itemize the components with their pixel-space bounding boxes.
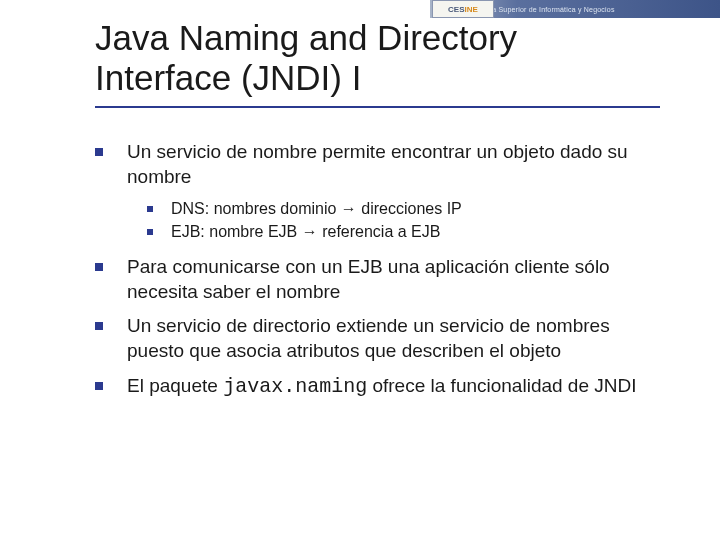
- bullet-item: El paquete javax.naming ofrece la funcio…: [95, 374, 655, 400]
- bullet-square-icon: [147, 229, 153, 235]
- bullet-square-icon: [95, 263, 103, 271]
- sub-bullet-group: DNS: nombres dominio → direcciones IP EJ…: [95, 199, 655, 243]
- bullet-text: Para comunicarse con un EJB una aplicaci…: [127, 255, 655, 304]
- header-logo: CESINE: [432, 0, 494, 18]
- title-underline: [95, 106, 660, 108]
- bullet-text: El paquete javax.naming ofrece la funcio…: [127, 374, 637, 400]
- bullet-text-post: ofrece la funcionalidad de JNDI: [367, 375, 636, 396]
- bullet-text-code: javax.naming: [223, 375, 367, 398]
- logo-text-left: CES: [448, 5, 464, 14]
- sub-bullet-item: DNS: nombres dominio → direcciones IP: [147, 199, 655, 220]
- bullet-square-icon: [95, 322, 103, 330]
- sub-bullet-text: EJB: nombre EJB → referencia a EJB: [171, 222, 440, 243]
- slide-title: Java Naming and Directory Interface (JND…: [95, 18, 655, 99]
- bullet-square-icon: [95, 382, 103, 390]
- bullet-item: Para comunicarse con un EJB una aplicaci…: [95, 255, 655, 304]
- bullet-text: Un servicio de directorio extiende un se…: [127, 314, 655, 363]
- slide-content: Un servicio de nombre permite encontrar …: [95, 140, 655, 410]
- sub-bullet-item: EJB: nombre EJB → referencia a EJB: [147, 222, 655, 243]
- bullet-text-pre: El paquete: [127, 375, 223, 396]
- sub-bullet-text: DNS: nombres dominio → direcciones IP: [171, 199, 462, 220]
- bullet-item: Un servicio de nombre permite encontrar …: [95, 140, 655, 189]
- bullet-square-icon: [147, 206, 153, 212]
- bullet-text: Un servicio de nombre permite encontrar …: [127, 140, 655, 189]
- bullet-item: Un servicio de directorio extiende un se…: [95, 314, 655, 363]
- logo-text-right: INE: [465, 5, 478, 14]
- bullet-square-icon: [95, 148, 103, 156]
